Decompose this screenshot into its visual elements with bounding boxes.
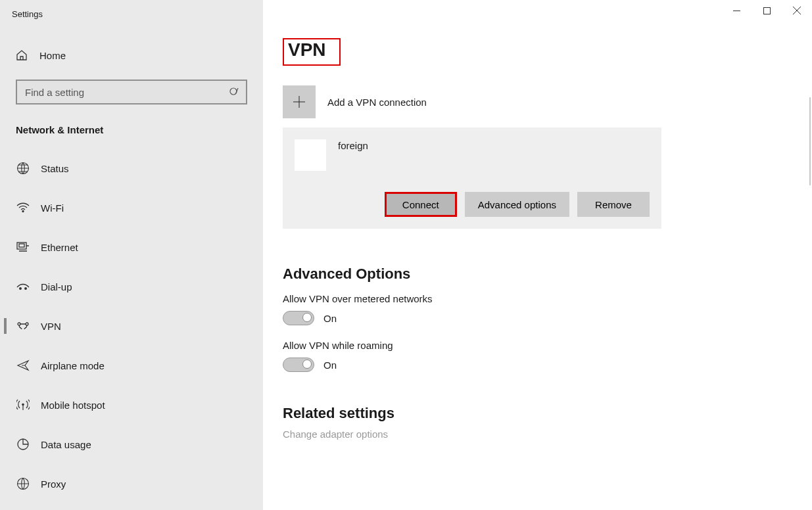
- window-title: Settings: [0, 0, 263, 26]
- plus-icon: [283, 85, 316, 118]
- main-content: VPN Add a VPN connection foreign Connect…: [263, 0, 812, 510]
- nav-item-proxy[interactable]: Proxy: [0, 464, 263, 503]
- toggle-metered-state: On: [323, 313, 337, 324]
- nav-item-data-usage[interactable]: Data usage: [0, 425, 263, 464]
- vpn-icon: [16, 321, 30, 331]
- change-adapter-link[interactable]: Change adapter options: [283, 429, 812, 440]
- svg-point-2: [22, 211, 24, 212]
- remove-button[interactable]: Remove: [577, 192, 650, 217]
- vpn-connection-icon: [295, 139, 326, 171]
- settings-sidebar: Settings Home Network & Internet Status: [0, 0, 263, 510]
- data-usage-icon: [16, 438, 30, 451]
- hotspot-icon: [16, 399, 30, 411]
- connect-button[interactable]: Connect: [385, 192, 457, 217]
- category-heading: Network & Internet: [0, 116, 263, 149]
- svg-rect-12: [763, 7, 770, 14]
- scrollbar[interactable]: [809, 97, 811, 185]
- nav-item-status[interactable]: Status: [0, 149, 263, 188]
- toggle-metered[interactable]: [283, 311, 314, 325]
- window-controls: [721, 0, 812, 21]
- svg-point-6: [25, 288, 27, 290]
- wifi-icon: [16, 202, 30, 213]
- toggle-roaming[interactable]: [283, 358, 314, 372]
- ethernet-icon: [16, 242, 30, 252]
- minimize-button[interactable]: [721, 0, 752, 21]
- nav-item-hotspot[interactable]: Mobile hotspot: [0, 385, 263, 425]
- option-roaming: Allow VPN while roaming On: [283, 340, 812, 372]
- nav-label: Data usage: [41, 439, 91, 450]
- add-vpn-label: Add a VPN connection: [327, 97, 427, 108]
- vpn-connection-card: foreign Connect Advanced options Remove: [283, 128, 661, 229]
- option-metered: Allow VPN over metered networks On: [283, 293, 812, 325]
- option-roaming-label: Allow VPN while roaming: [283, 340, 812, 351]
- advanced-options-heading: Advanced Options: [283, 266, 812, 283]
- maximize-button[interactable]: [752, 0, 782, 21]
- airplane-icon: [16, 359, 30, 372]
- nav-home-label: Home: [39, 50, 66, 61]
- svg-point-5: [20, 288, 22, 290]
- search-icon: [229, 87, 239, 97]
- nav-label: Proxy: [41, 478, 66, 490]
- nav-label: Wi-Fi: [41, 202, 64, 214]
- home-icon: [14, 49, 29, 61]
- proxy-icon: [16, 477, 30, 490]
- vpn-connection-name: foreign: [338, 140, 368, 151]
- nav-label: Ethernet: [41, 242, 78, 253]
- nav-item-airplane[interactable]: Airplane mode: [0, 346, 263, 385]
- search-input[interactable]: [24, 86, 229, 99]
- status-icon: [16, 162, 30, 175]
- toggle-roaming-state: On: [323, 359, 337, 371]
- nav-label: Mobile hotspot: [41, 400, 105, 411]
- add-vpn-row[interactable]: Add a VPN connection: [283, 85, 812, 118]
- nav-item-wifi[interactable]: Wi-Fi: [0, 188, 263, 227]
- nav-label: Dial-up: [41, 281, 72, 292]
- svg-point-9: [22, 404, 24, 405]
- svg-rect-4: [19, 244, 24, 247]
- nav-list: Status Wi-Fi Ethernet Dial-up VPN: [0, 149, 263, 503]
- search-box[interactable]: [16, 80, 247, 104]
- page-title: VPN: [283, 38, 341, 66]
- advanced-options-button[interactable]: Advanced options: [465, 192, 569, 217]
- nav-label: Status: [41, 163, 69, 174]
- option-metered-label: Allow VPN over metered networks: [283, 293, 812, 304]
- nav-label: Airplane mode: [41, 360, 105, 371]
- svg-point-8: [26, 323, 28, 325]
- search-container: [0, 80, 263, 116]
- nav-label: VPN: [41, 321, 61, 332]
- nav-home[interactable]: Home: [0, 39, 263, 72]
- dialup-icon: [16, 282, 30, 291]
- nav-item-dialup[interactable]: Dial-up: [0, 267, 263, 306]
- vpn-connection-header[interactable]: foreign: [295, 139, 650, 171]
- related-settings-heading: Related settings: [283, 405, 812, 422]
- nav-item-vpn[interactable]: VPN: [0, 306, 263, 346]
- close-button[interactable]: [782, 0, 812, 21]
- svg-point-7: [18, 323, 20, 325]
- nav-item-ethernet[interactable]: Ethernet: [0, 227, 263, 267]
- vpn-action-buttons: Connect Advanced options Remove: [295, 192, 650, 217]
